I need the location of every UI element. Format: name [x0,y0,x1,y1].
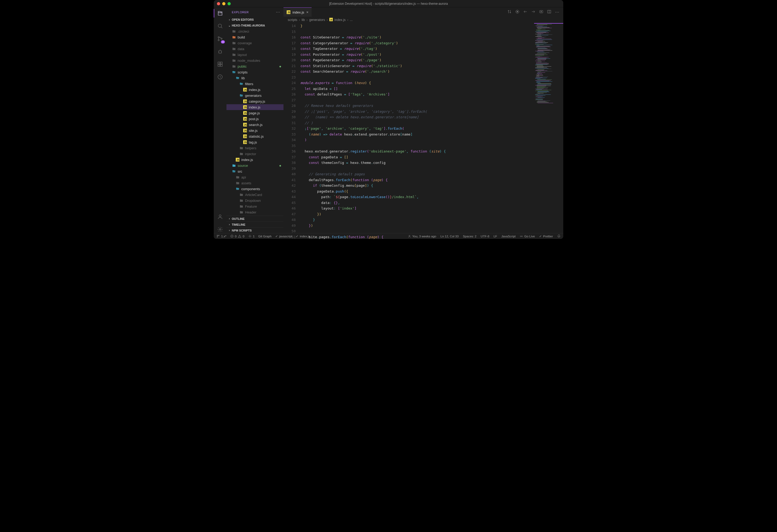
folder-build[interactable]: build [226,34,284,40]
folder-assets[interactable]: assets [226,180,284,186]
svg-text:JS: JS [244,89,247,91]
file-index-js[interactable]: JSindex.js [226,157,284,163]
split-editor-icon[interactable] [547,10,551,15]
folder-dropdown[interactable]: Dropdown [226,198,284,203]
outline-label: OUTLINE [232,217,244,220]
file-category-js[interactable]: JScategory.js [226,98,284,104]
folder-icon [239,146,243,150]
svg-text:JS: JS [288,11,291,14]
maximize-window-button[interactable] [228,2,231,5]
folder-scripts[interactable]: scripts [226,69,284,75]
editor-area: JS index.js × ⋯ scripts›lib›generators›J… [284,7,563,233]
preview-icon[interactable] [539,10,543,15]
tree-item-label: tag.js [249,140,257,144]
breadcrumbs[interactable]: scripts›lib›generators›JSindex.js›... [284,17,563,23]
folder-layout[interactable]: layout [226,52,284,58]
folder-injector[interactable]: injector [226,151,284,157]
more-actions-icon[interactable]: ⋯ [555,10,560,15]
breadcrumb-item[interactable]: generators [309,18,325,22]
folder-feature[interactable]: Feature [226,203,284,209]
npm-section[interactable]: › NPM SCRIPTS [226,227,284,233]
tree-item-label: lib [241,76,245,80]
file-statistic-js[interactable]: JSstatistic.js [226,133,284,139]
activity-settings-icon[interactable] [214,226,226,233]
file-search-js[interactable]: JSsearch.js [226,122,284,127]
open-editors-section[interactable]: › OPEN EDITORS [226,17,284,22]
folder-source[interactable]: source● [226,163,284,169]
titlebar: [Extension Development Host] - scripts/l… [214,0,563,7]
breadcrumb-item[interactable]: lib [302,18,305,22]
code-area[interactable]: 1415161718192021222324252627282930313233… [284,23,563,233]
folder-coverage[interactable]: coverage [226,40,284,46]
folder-components[interactable]: components [226,186,284,192]
file-index-js[interactable]: JSindex.js [226,104,284,110]
activity-extensions-icon[interactable] [214,61,226,68]
tab-index-js[interactable]: JS index.js × [284,7,312,17]
chevron-down-icon: ⌄ [228,24,231,27]
sidebar-actions-icon[interactable]: ⋯ [276,10,280,15]
folder-articlecard[interactable]: ArticleCard [226,192,284,198]
tab-bar: JS index.js × ⋯ [284,7,563,17]
activity-search-icon[interactable] [214,22,226,30]
js-file-icon: JS [329,18,333,22]
folder-data[interactable]: data [226,46,284,52]
svg-text:JS: JS [244,106,247,109]
activity-explorer-icon[interactable] [214,10,226,17]
file-index-js[interactable]: JSindex.js [226,87,284,93]
status-gitgraph[interactable]: Git Graph [258,235,271,238]
folder-api[interactable]: api [226,174,284,180]
folder-icon [232,41,236,45]
file-page-js[interactable]: JSpage.js [226,110,284,116]
file-site-js[interactable]: JSsite.js [226,127,284,133]
close-tab-icon[interactable]: × [306,10,308,14]
svg-point-43 [249,236,250,236]
activity-scm-icon[interactable]: 3 [214,35,226,42]
file-tag-js[interactable]: JStag.js [226,139,284,145]
status-branch-label: 1.x* [221,235,226,238]
svg-point-0 [218,24,222,27]
folder-icon [232,164,236,168]
breadcrumb-item[interactable]: scripts [288,18,297,22]
go-forward-icon[interactable] [531,10,535,15]
timeline-label: TIMELINE [232,223,245,226]
folder-header[interactable]: Header [226,209,284,215]
close-window-button[interactable] [217,2,220,5]
minimap[interactable] [534,23,563,233]
status-problems[interactable]: 0 0 [230,234,244,238]
folder-helpers[interactable]: helpers [226,145,284,151]
tree-item-label: site.js [249,129,257,133]
folder-filters[interactable]: filters [226,81,284,87]
sidebar: EXPLORER ⋯ › OPEN EDITORS ⌄ HEXO-THEME-A… [226,7,284,233]
go-back-icon[interactable] [523,10,528,15]
status-errors: 0 [235,235,237,238]
tree-item-label: assets [241,181,251,185]
tab-label: index.js [293,10,304,14]
folder-node-modules[interactable]: node_modules [226,58,284,64]
tree-item-label: category.js [249,99,265,103]
folder--circleci[interactable]: .circleci [226,28,284,34]
tree-item-label: layout [238,53,247,57]
compare-changes-icon[interactable] [507,10,512,15]
status-ports[interactable]: 1 [248,234,254,238]
code-content[interactable]: }const SiteGenerator = require('./site')… [301,23,563,233]
sidebar-title: EXPLORER [232,11,249,14]
breadcrumb-item[interactable]: index.js [334,18,346,22]
run-icon[interactable] [515,10,520,15]
workspace-section[interactable]: ⌄ HEXO-THEME-AURORA [226,22,284,28]
folder-src[interactable]: src [226,169,284,174]
activity-account-icon[interactable] [214,213,226,220]
folder-generators[interactable]: generators [226,93,284,98]
file-post-js[interactable]: JSpost.js [226,116,284,122]
outline-section[interactable]: › OUTLINE [226,216,284,221]
activity-extra-icon[interactable] [214,73,226,81]
tree-item-label: generators [245,94,261,98]
folder-icon [232,169,236,174]
breadcrumb-item[interactable]: ... [350,18,352,22]
minimize-window-button[interactable] [222,2,225,5]
folder-icon [239,152,243,156]
folder-public[interactable]: public● [226,64,284,69]
folder-lib[interactable]: lib [226,75,284,81]
activity-debug-icon[interactable] [214,48,226,55]
timeline-section[interactable]: › TIMELINE [226,221,284,227]
status-branch[interactable]: 1.x* [216,234,226,238]
